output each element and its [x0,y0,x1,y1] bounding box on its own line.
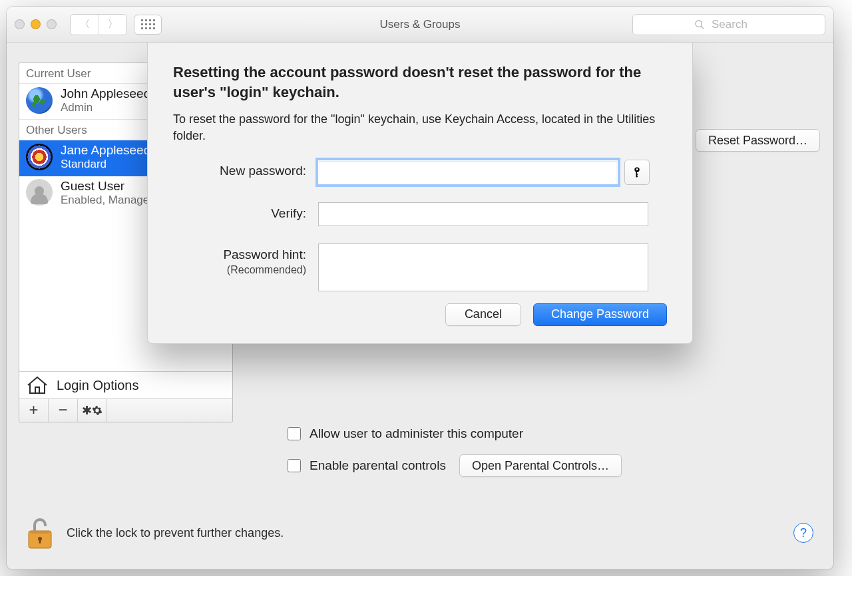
unlocked-padlock-icon[interactable] [27,516,53,549]
gear-icon [92,404,103,416]
sheet-heading: Resetting the account password doesn't r… [173,63,667,102]
window-controls [15,19,57,29]
avatar [26,87,53,114]
help-icon: ? [800,526,807,540]
forward-button[interactable]: 〉 [99,15,126,35]
parental-controls-input[interactable] [288,459,301,472]
user-role: Admin [61,101,150,114]
user-role: Enabled, Managed [61,194,156,207]
search-icon [694,19,705,30]
open-parental-controls-button[interactable]: Open Parental Controls… [459,454,622,477]
zoom-window-button[interactable] [47,19,57,29]
key-icon [631,166,643,179]
user-name: John Appleseed [61,86,150,101]
new-password-input[interactable] [318,160,618,184]
avatar [26,179,53,206]
user-role: Standard [61,158,150,171]
help-button[interactable]: ? [793,523,813,543]
parental-controls-checkbox[interactable]: Enable parental controls [285,457,446,474]
sheet-actions: Cancel Change Password [173,303,667,326]
svg-rect-1 [39,539,41,543]
sidebar-footer-buttons [19,398,232,422]
verify-password-label: Verify: [173,202,306,221]
show-all-button[interactable] [134,15,162,35]
back-button[interactable]: 〈 [71,15,99,35]
password-hint-row: Password hint: (Recommended) [173,243,667,291]
login-options-label: Login Options [57,378,138,393]
user-name: Jane Appleseed [61,143,150,158]
parental-controls-label: Enable parental controls [310,458,446,473]
search-field[interactable] [632,14,825,35]
user-name: Guest User [61,179,156,194]
chevron-right-icon: 〉 [108,18,118,31]
chevron-left-icon: 〈 [80,18,90,31]
password-assistant-button[interactable] [624,160,650,185]
avatar [26,144,53,170]
remove-user-button[interactable] [49,399,78,422]
close-window-button[interactable] [15,19,25,29]
verify-password-row: Verify: [173,202,667,226]
allow-admin-label: Allow user to administer this computer [310,426,523,441]
password-hint-sublabel: (Recommended) [227,264,306,275]
cancel-button[interactable]: Cancel [445,303,521,326]
lock-message: Click the lock to prevent further change… [67,526,284,540]
lock-row: Click the lock to prevent further change… [7,502,833,569]
reset-password-button[interactable]: Reset Password… [696,129,820,152]
new-password-row: New password: [173,160,667,185]
nav-segment: 〈 〉 [70,14,127,35]
reset-password-sheet: Resetting the account password doesn't r… [147,43,693,344]
password-hint-input[interactable] [318,243,648,291]
preferences-window: 〈 〉 Users & Groups Current User [7,7,833,569]
password-hint-label: Password hint: [223,247,306,261]
new-password-label: New password: [173,160,306,178]
minimize-window-button[interactable] [31,19,41,29]
search-input[interactable] [710,17,763,32]
verify-password-input[interactable] [318,202,648,226]
home-icon [26,376,49,394]
login-options-row[interactable]: Login Options [19,371,232,398]
allow-admin-checkbox[interactable]: Allow user to administer this computer [285,425,622,442]
sheet-description: To reset the password for the "login" ke… [173,111,667,144]
allow-admin-input[interactable] [288,427,301,440]
change-password-button[interactable]: Change Password [533,303,667,326]
actions-menu-button[interactable] [78,399,107,422]
add-user-button[interactable] [19,399,49,422]
titlebar: 〈 〉 Users & Groups [7,7,833,43]
grid-icon [141,19,155,29]
